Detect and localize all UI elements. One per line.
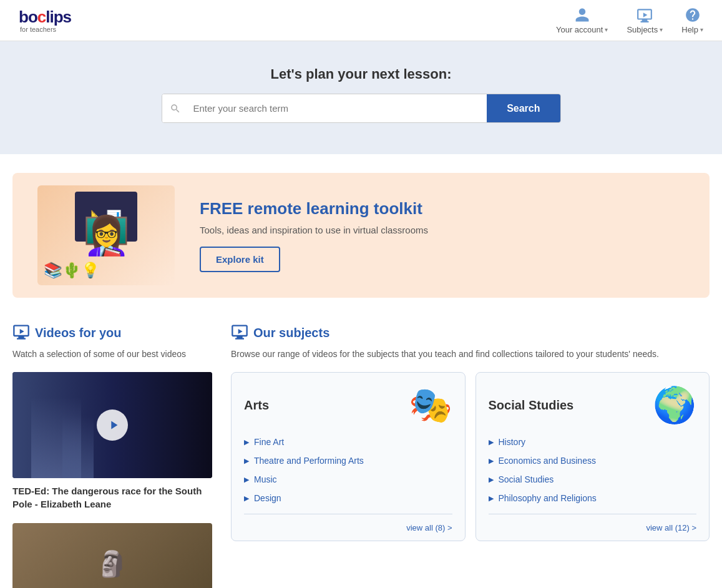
social-studies-icon: 🌍: [653, 388, 696, 423]
subjects-icon: [231, 323, 248, 343]
economics-link[interactable]: Economics and Business: [499, 456, 596, 466]
subjects-section-title: Our subjects: [253, 326, 329, 340]
your-account-label: Your account: [556, 25, 603, 34]
arrow-icon: ▶: [489, 438, 494, 446]
arrow-icon: ▶: [489, 476, 494, 484]
list-item: ▶ Economics and Business: [489, 451, 697, 470]
logo[interactable]: boclips for teachers: [19, 7, 71, 33]
header-nav: Your account ▾ Subjects ▾: [556, 6, 703, 34]
subjects-grid: Arts 🎭 ▶ Fine Art ▶ Theatre and Performi…: [231, 372, 710, 541]
video-card: TED-Ed: The dangerous race for the South…: [12, 372, 212, 511]
banner-content: FREE remote learning toolkit Tools, idea…: [200, 199, 685, 272]
logo-sub: for teachers: [20, 26, 71, 33]
search-bar: Search: [162, 94, 561, 123]
list-item: ▶ Music: [244, 470, 452, 489]
video-thumbnail[interactable]: [12, 372, 212, 478]
chevron-down-icon: ▾: [660, 26, 663, 33]
arts-card: Arts 🎭 ▶ Fine Art ▶ Theatre and Performi…: [231, 372, 466, 541]
videos-section-desc: Watch a selection of some of our best vi…: [12, 348, 212, 361]
subjects-section-desc: Browse our range of videos for the subje…: [231, 348, 710, 361]
video-title: TED-Ed: The dangerous race for the South…: [12, 484, 212, 511]
video-card: 🗿: [12, 523, 212, 588]
history-link[interactable]: History: [499, 437, 526, 447]
help-icon: [684, 6, 701, 24]
header: boclips for teachers Your account ▾: [0, 0, 722, 41]
subjects-label: Subjects: [627, 25, 658, 34]
arrow-icon: ▶: [489, 457, 494, 465]
arts-card-header: Arts 🎭: [244, 388, 452, 423]
monitor-icon: [636, 6, 653, 24]
arrow-icon: ▶: [244, 438, 249, 446]
videos-section: Videos for you Watch a selection of some…: [12, 323, 212, 588]
social-studies-link[interactable]: Social Studies: [499, 474, 554, 484]
arts-card-footer: view all (8) >: [244, 514, 452, 541]
arrow-icon: ▶: [489, 494, 494, 502]
arrow-icon: ▶: [244, 476, 249, 484]
banner-subtitle: Tools, ideas and inspiration to use in v…: [200, 225, 685, 235]
subjects-section-header: Our subjects: [231, 323, 710, 343]
social-studies-card: Social Studies 🌍 ▶ History ▶ Economics a…: [476, 372, 710, 541]
arts-view-all-link[interactable]: view all (8) >: [406, 523, 452, 532]
person-icon: [573, 6, 591, 24]
main-content: Videos for you Watch a selection of some…: [0, 316, 722, 588]
list-item: ▶ Social Studies: [489, 470, 697, 489]
subjects-section: Our subjects Browse our range of videos …: [231, 323, 710, 588]
list-item: ▶ History: [489, 433, 697, 451]
arts-icon: 🎭: [409, 388, 452, 423]
philosophy-link[interactable]: Philosophy and Religions: [499, 493, 597, 503]
logo-text: boclips: [19, 7, 71, 27]
list-item: ▶ Theatre and Performing Arts: [244, 451, 452, 470]
list-item: ▶ Philosophy and Religions: [489, 489, 697, 507]
play-button[interactable]: [97, 409, 128, 441]
social-studies-links: ▶ History ▶ Economics and Business ▶ Soc…: [489, 433, 697, 507]
hero-section: Let's plan your next lesson: Search: [0, 41, 722, 154]
banner-illustration: 👩‍🏫 📚🌵💡 📐📊: [37, 185, 175, 285]
arts-card-title: Arts: [244, 398, 269, 413]
fine-art-link[interactable]: Fine Art: [254, 437, 284, 447]
chevron-down-icon: ▾: [605, 26, 608, 33]
explore-kit-button[interactable]: Explore kit: [200, 247, 280, 272]
chevron-down-icon: ▾: [700, 26, 703, 33]
search-button[interactable]: Search: [487, 94, 560, 122]
nav-your-account[interactable]: Your account ▾: [556, 6, 608, 34]
arrow-icon: ▶: [244, 494, 249, 502]
social-studies-card-header: Social Studies 🌍: [489, 388, 697, 423]
video-thumbnail-2[interactable]: 🗿: [12, 523, 212, 588]
list-item: ▶ Fine Art: [244, 433, 452, 451]
theatre-link[interactable]: Theatre and Performing Arts: [254, 456, 364, 466]
search-icon: [162, 94, 188, 122]
banner-title: FREE remote learning toolkit: [200, 199, 685, 218]
social-studies-card-footer: view all (12) >: [489, 514, 697, 541]
arrow-icon: ▶: [244, 457, 249, 465]
videos-icon: [12, 323, 30, 343]
design-link[interactable]: Design: [254, 493, 281, 503]
social-studies-view-all-link[interactable]: view all (12) >: [646, 523, 696, 532]
nav-subjects[interactable]: Subjects ▾: [627, 6, 663, 34]
music-link[interactable]: Music: [254, 474, 277, 484]
search-input[interactable]: [188, 94, 487, 122]
help-label: Help: [681, 25, 698, 34]
arts-links: ▶ Fine Art ▶ Theatre and Performing Arts…: [244, 433, 452, 507]
nav-help[interactable]: Help ▾: [681, 6, 703, 34]
videos-section-title: Videos for you: [35, 326, 122, 340]
list-item: ▶ Design: [244, 489, 452, 507]
hero-title: Let's plan your next lesson:: [19, 66, 703, 82]
videos-section-header: Videos for you: [12, 323, 212, 343]
banner: 👩‍🏫 📚🌵💡 📐📊 FREE remote learning toolkit …: [12, 173, 710, 298]
social-studies-card-title: Social Studies: [489, 398, 574, 413]
